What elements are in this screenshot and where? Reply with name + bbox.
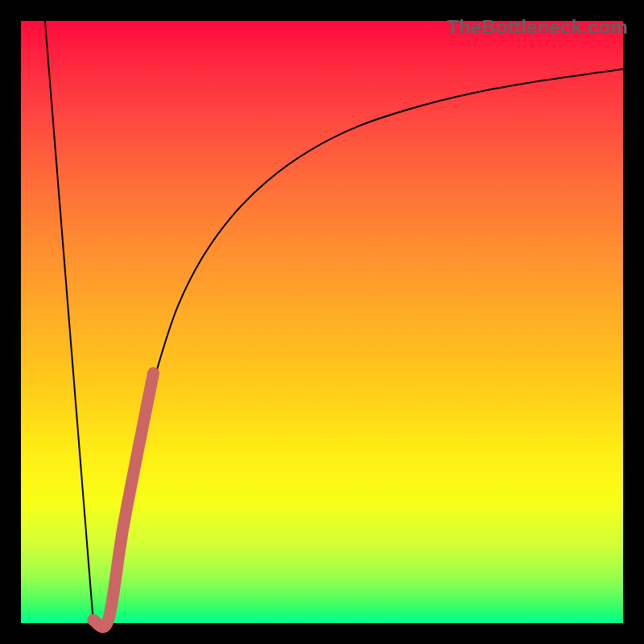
chart-container: TheBottleneck.com [0,0,644,644]
plot-area [21,21,623,623]
